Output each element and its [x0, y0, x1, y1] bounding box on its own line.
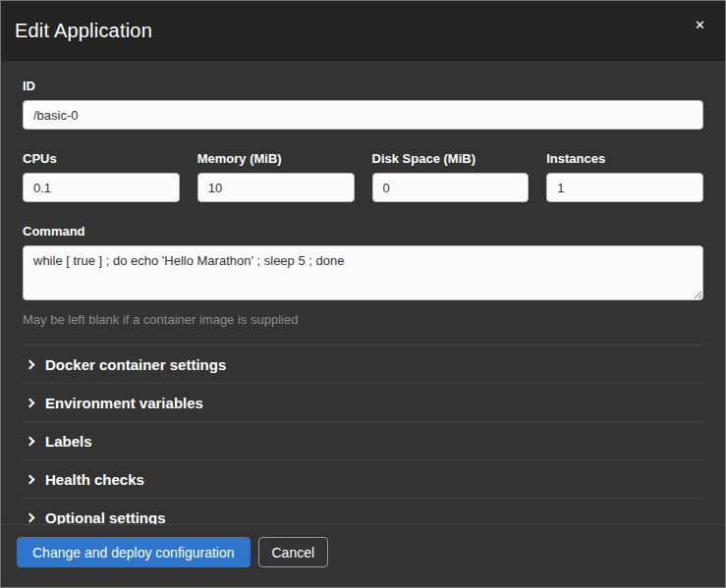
section-label: Docker container settings [45, 356, 226, 373]
command-input[interactable]: while [ true ] ; do echo 'Hello Marathon… [23, 245, 703, 300]
instances-label: Instances [546, 151, 703, 166]
instances-input[interactable] [546, 173, 703, 202]
command-label: Command [23, 224, 703, 239]
modal-header: Edit Application ✕ [1, 1, 725, 61]
chevron-right-icon [26, 512, 35, 522]
disk-space-label: Disk Space (MiB) [372, 151, 530, 166]
cancel-button[interactable]: Cancel [258, 537, 329, 567]
instances-field: Instances [546, 151, 703, 202]
collapsible-sections: Docker container settings Environment va… [23, 345, 703, 524]
disk-space-input[interactable] [372, 173, 530, 202]
section-health-checks[interactable]: Health checks [23, 459, 703, 498]
id-input[interactable] [23, 100, 703, 130]
modal-body: ID CPUs Memory (MiB) Disk Space (MiB) In… [1, 61, 725, 524]
command-help-text: May be left blank if a container image i… [23, 312, 703, 327]
chevron-right-icon [26, 398, 35, 407]
modal-title: Edit Application [15, 20, 152, 42]
memory-label: Memory (MiB) [197, 151, 355, 166]
memory-field: Memory (MiB) [197, 151, 355, 202]
chevron-right-icon [26, 436, 35, 446]
command-field: Command while [ true ] ; do echo 'Hello … [23, 224, 703, 327]
resources-row: CPUs Memory (MiB) Disk Space (MiB) Insta… [23, 151, 703, 202]
section-label: Health checks [45, 471, 144, 488]
section-optional-settings[interactable]: Optional settings [23, 498, 703, 524]
edit-application-modal: Edit Application ✕ ID CPUs Memory (MiB) … [0, 0, 726, 588]
close-icon[interactable]: ✕ [691, 15, 709, 35]
cpus-input[interactable] [23, 173, 180, 202]
section-label: Optional settings [45, 509, 166, 525]
section-label: Environment variables [45, 395, 203, 411]
memory-input[interactable] [197, 173, 355, 202]
id-field: ID [23, 79, 703, 130]
change-and-deploy-button[interactable]: Change and deploy configuration [17, 537, 251, 567]
section-docker-container-settings[interactable]: Docker container settings [23, 345, 703, 383]
disk-space-field: Disk Space (MiB) [372, 151, 530, 202]
chevron-right-icon [26, 474, 35, 484]
section-labels[interactable]: Labels [23, 421, 703, 459]
chevron-right-icon [26, 359, 35, 369]
section-label: Labels [45, 433, 92, 450]
cpus-label: CPUs [23, 151, 180, 166]
section-environment-variables[interactable]: Environment variables [23, 383, 703, 421]
id-label: ID [23, 79, 703, 93]
cpus-field: CPUs [23, 151, 180, 202]
modal-footer: Change and deploy configuration Cancel [1, 524, 725, 587]
